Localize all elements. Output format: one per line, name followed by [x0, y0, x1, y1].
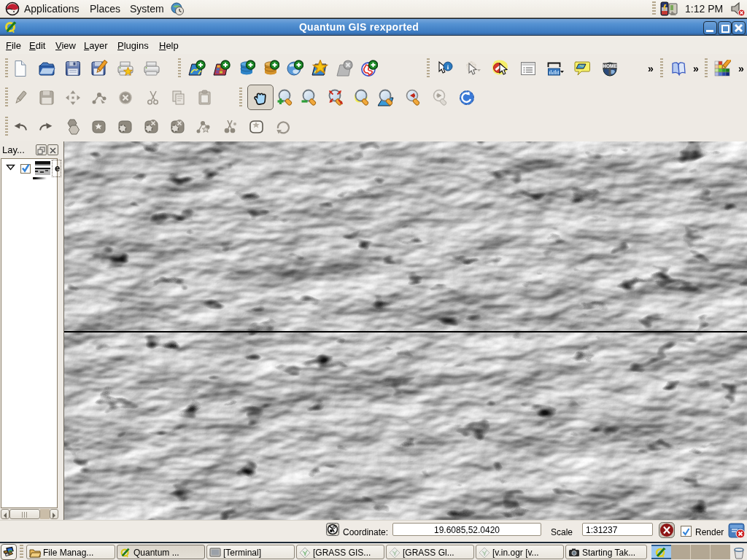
svg-text:HOME: HOME [603, 63, 617, 69]
